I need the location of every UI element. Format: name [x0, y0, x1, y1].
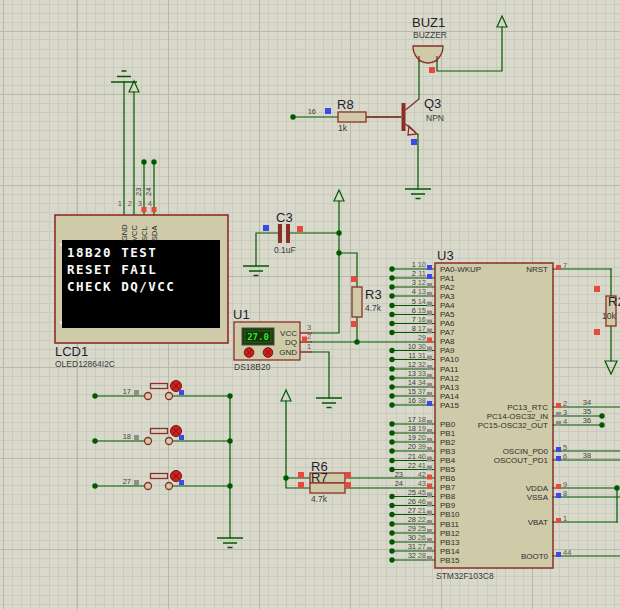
- lcd-pin-number: 4: [148, 199, 152, 208]
- u3-pin-number: 3: [563, 408, 567, 417]
- resistor-r3-body[interactable]: [352, 287, 362, 317]
- u3-pin-name: PB4: [440, 456, 456, 465]
- u3-net-label: 25: [408, 488, 416, 497]
- u3-net-label: 7: [412, 315, 416, 324]
- u1-pin-name: VCC: [280, 329, 297, 338]
- u3-net-label: 2: [412, 269, 416, 278]
- ds18b20-reading: 27.0: [247, 332, 269, 342]
- u3-pin-name: PB3: [440, 447, 456, 456]
- u3-pin-name: PB7: [440, 483, 456, 492]
- junction-dot: [389, 321, 394, 326]
- u3-pin-number: 44: [563, 548, 571, 557]
- button-cap: [151, 429, 168, 434]
- u3-pin-name: VBAT: [528, 518, 548, 527]
- junction-dot: [151, 159, 156, 164]
- capacitor-c3[interactable]: [278, 224, 290, 243]
- lcd-net-23: 23: [134, 188, 143, 196]
- u3-pin-name: BOOT0: [521, 552, 549, 561]
- u3-pin-name: PC14-OSC32_IN: [487, 412, 549, 421]
- resistor-r8-body[interactable]: [338, 112, 366, 122]
- u1-ref: U1: [233, 307, 250, 322]
- junction-dot: [389, 330, 394, 335]
- r7-ref: R7: [311, 470, 328, 485]
- u3-pin-name: PA1: [440, 274, 455, 283]
- lcd-pin-name: VCC: [130, 225, 139, 241]
- u3-net-label: 35: [583, 407, 591, 416]
- u3-ref: U3: [437, 248, 454, 263]
- u3-pin-number: 22: [418, 515, 426, 524]
- u1-gnd-wire: [312, 352, 329, 398]
- u3-pin-name: NRST: [526, 265, 548, 274]
- junction-dot: [389, 366, 394, 371]
- u3-net-label: 14: [408, 378, 416, 387]
- u3-pin-name: VDDA: [526, 484, 549, 493]
- u3-pin-number: 11: [418, 269, 426, 278]
- u3-net-label: 20: [408, 442, 416, 451]
- pin-state-square: [179, 435, 184, 440]
- u3-pin-number: 12: [418, 278, 426, 287]
- u3-pin-number: 30: [418, 342, 426, 351]
- u3-pin-name: PA6: [440, 319, 455, 328]
- pin-state-square: [427, 338, 432, 343]
- u3-pin-number: 2: [563, 399, 567, 408]
- pin-state-square: [427, 374, 432, 379]
- junction-dot: [614, 485, 619, 490]
- buz1-ref: BUZ1: [412, 15, 445, 30]
- junction-dot: [92, 483, 97, 488]
- junction-dot: [389, 348, 394, 353]
- u3-pin-name: PB5: [440, 465, 456, 474]
- junction-dot: [389, 557, 394, 562]
- junction-dot: [389, 548, 394, 553]
- pin-state-square: [427, 529, 432, 534]
- pin-state-square: [556, 456, 561, 461]
- junction-dot: [389, 293, 394, 298]
- junction-dot: [92, 438, 97, 443]
- u3-pin-name: VSSA: [527, 493, 549, 502]
- pin-state-square: [427, 429, 432, 434]
- lcd1-model: OLED12864I2C: [55, 359, 115, 369]
- u3-pin-name: PA9: [440, 346, 455, 355]
- c3-ref: C3: [276, 210, 293, 225]
- button-net-label: 17: [123, 387, 131, 396]
- u3-net-label: 17: [408, 415, 416, 424]
- u3-pin-name: PA7: [440, 328, 455, 337]
- u3-pin-number: 37: [418, 387, 426, 396]
- junction-dot: [389, 521, 394, 526]
- u3-pin-number: 46: [418, 497, 426, 506]
- u3-pin-name: PB8: [440, 492, 456, 501]
- u3-net-label: 15: [408, 387, 416, 396]
- u3-net-label: 32: [408, 551, 416, 560]
- pin-state-square: [427, 447, 432, 452]
- pin-state-square: [427, 356, 432, 361]
- u3-net-label: 24: [395, 479, 403, 488]
- lcd1-ref: LCD1: [55, 344, 88, 359]
- junction-dot: [227, 438, 232, 443]
- u3-pin-name: PA10: [440, 355, 460, 364]
- pin-state-square: [427, 493, 432, 498]
- lcd-pin-number: 2: [128, 199, 132, 208]
- pin-state-square: [556, 403, 561, 408]
- u3-net-label: 11: [408, 351, 416, 360]
- pin-state-square: [297, 226, 303, 232]
- schematic-canvas[interactable]: 18B20 TEST RESET FAIL CHECK DQ/VCC 27.0 …: [0, 0, 620, 609]
- u3-net-label: 13: [408, 369, 416, 378]
- pin-state-square: [345, 482, 351, 488]
- pin-state-square: [594, 286, 600, 292]
- u3-pin-number: 4: [563, 417, 567, 426]
- pin-state-square: [142, 207, 147, 212]
- schematic-svg: 18B20 TEST RESET FAIL CHECK DQ/VCC 27.0 …: [0, 0, 620, 609]
- u3-pin-number: 25: [418, 524, 426, 533]
- transistor-component[interactable]: [366, 99, 419, 135]
- r3-ref: R3: [365, 287, 382, 302]
- u3-pin-number: 34: [418, 378, 426, 387]
- pin-state-square: [427, 265, 432, 270]
- junction-dot: [389, 503, 394, 508]
- u3-pin-number: 41: [418, 461, 426, 470]
- buzzer-component[interactable]: [413, 46, 443, 63]
- pin-state-square: [298, 472, 304, 478]
- u3-pin-number: 21: [418, 506, 426, 515]
- transistor-base-bar: [402, 103, 406, 131]
- button-terminal: [166, 438, 173, 445]
- pin-state-square: [179, 480, 184, 485]
- u3-pin-name: PB12: [440, 529, 460, 538]
